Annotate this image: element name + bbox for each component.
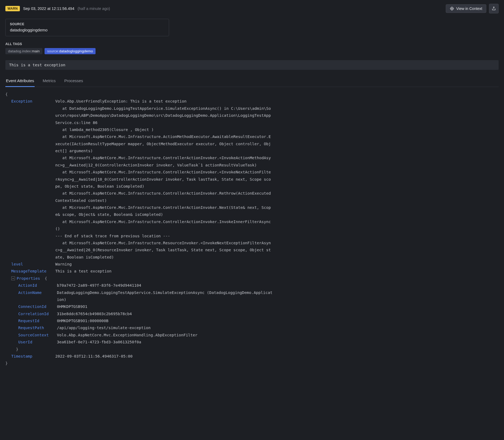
- tag-key: datadog.index:: [8, 49, 32, 53]
- json-viewer: { Exception Volo.Abp.UserFriendlyExcepti…: [5, 91, 499, 367]
- prop-row-requestpath[interactable]: RequestPath /api/app/logging-test/simula…: [5, 324, 499, 331]
- attr-value: 0HMKDPTGSB9O1:0000000B: [57, 317, 108, 324]
- tags-row: datadog.index:main source:datadoglogging…: [5, 48, 499, 54]
- attr-value-exception: Volo.Abp.UserFriendlyException: This is …: [55, 98, 273, 261]
- attr-key: UserId: [18, 339, 57, 346]
- attr-value-level: Warning: [55, 261, 72, 268]
- attr-value: /api/app/logging-test/simulate-exception: [57, 324, 151, 331]
- attr-key: RequestPath: [18, 324, 57, 331]
- header-left: WARN Sep 03, 2022 at 12:11:56.494 (half …: [5, 6, 110, 11]
- attr-key: MessageTemplate: [11, 268, 55, 275]
- view-in-context-button[interactable]: View in Context: [446, 4, 486, 13]
- attr-value: 31be8ddc67654cb49803c2b695b78cb4: [57, 310, 132, 317]
- brace-close: }: [5, 360, 499, 367]
- log-message: This is a test exception: [5, 60, 499, 70]
- log-timestamp: Sep 03, 2022 at 12:11:56.494: [23, 6, 74, 11]
- source-value: datadogloggingdemo: [10, 28, 165, 32]
- tag-datadog-index[interactable]: datadog.index:main: [5, 48, 42, 54]
- all-tags-label: ALL TAGS: [5, 42, 499, 46]
- brace-open: {: [5, 91, 499, 98]
- tag-value: main: [32, 49, 40, 53]
- tab-metrics[interactable]: Metrics: [42, 76, 56, 87]
- prop-row-requestid[interactable]: RequestId 0HMKDPTGSB9O1:0000000B: [5, 317, 499, 324]
- attr-row-messagetemplate[interactable]: MessageTemplate This is a test exception: [5, 268, 499, 275]
- attr-value: 0HMKDPTGSB9O1: [57, 303, 87, 310]
- attr-key: Timestamp: [11, 353, 55, 360]
- prop-row-actionname[interactable]: ActionName DatadogLoggingDemo.LoggingTes…: [5, 289, 499, 303]
- attr-value: 3ea61bef-0e71-4723-fbd3-3a0613250f0a: [57, 339, 141, 346]
- prop-row-actionid[interactable]: ActionId b70a7472-2a89-497f-83f6-7e49d94…: [5, 282, 499, 289]
- attr-value: b70a7472-2a89-497f-83f6-7e49d9441104: [57, 282, 141, 289]
- target-icon: [450, 6, 454, 11]
- attr-key: Exception: [11, 98, 55, 105]
- tag-value: datadogloggingdemo: [59, 49, 93, 53]
- log-relative-time: (half a minute ago): [78, 6, 110, 11]
- svg-point-1: [451, 8, 452, 9]
- prop-row-correlationid[interactable]: CorrelationId 31be8ddc67654cb49803c2b695…: [5, 310, 499, 317]
- attr-value: Volo.Abp.AspNetCore.Mvc.ExceptionHandlin…: [57, 332, 198, 339]
- attr-row-level[interactable]: level Warning: [5, 261, 499, 268]
- attr-row-exception[interactable]: Exception Volo.Abp.UserFriendlyException…: [5, 98, 499, 261]
- attr-key: ActionId: [18, 282, 57, 289]
- attr-row-timestamp[interactable]: Timestamp 2022-09-03T12:11:56.4946317-05…: [5, 353, 499, 360]
- attr-key: CorrelationId: [18, 310, 57, 317]
- brace-open: {: [40, 275, 47, 282]
- source-label: SOURCE: [10, 22, 165, 26]
- attr-key: ConnectionId: [18, 303, 57, 310]
- level-badge: WARN: [5, 6, 20, 11]
- prop-row-sourcecontext[interactable]: SourceContext Volo.Abp.AspNetCore.Mvc.Ex…: [5, 332, 499, 339]
- svg-point-0: [451, 7, 454, 10]
- share-button[interactable]: [489, 4, 499, 13]
- tab-processes[interactable]: Processes: [64, 76, 83, 87]
- view-in-context-label: View in Context: [456, 6, 482, 11]
- share-icon: [492, 6, 496, 11]
- header-actions: View in Context: [446, 4, 499, 13]
- attr-value-messagetemplate: This is a test exception: [55, 268, 112, 275]
- prop-row-connectionid[interactable]: ConnectionId 0HMKDPTGSB9O1: [5, 303, 499, 310]
- prop-row-userid[interactable]: UserId 3ea61bef-0e71-4723-fbd3-3a0613250…: [5, 339, 499, 346]
- attr-key: RequestId: [18, 317, 57, 324]
- attr-key: ActionName: [18, 289, 57, 296]
- attr-row-properties-header[interactable]: − Properties {: [5, 275, 499, 282]
- tag-key: source:: [47, 49, 59, 53]
- detail-tabs: Event Attributes Metrics Processes: [5, 76, 499, 87]
- attr-value-timestamp: 2022-09-03T12:11:56.4946317-05:00: [55, 353, 133, 360]
- source-card: SOURCE datadogloggingdemo: [5, 19, 169, 36]
- log-header: WARN Sep 03, 2022 at 12:11:56.494 (half …: [5, 4, 499, 13]
- attr-key-properties: Properties: [17, 275, 40, 282]
- tab-event-attributes[interactable]: Event Attributes: [5, 76, 35, 87]
- attr-key: SourceContext: [18, 332, 57, 339]
- tag-source[interactable]: source:datadogloggingdemo: [45, 48, 96, 54]
- attr-key: level: [11, 261, 55, 268]
- collapse-toggle-icon[interactable]: −: [11, 277, 15, 280]
- brace-close: }: [5, 346, 499, 353]
- attr-value: DatadogLoggingDemo.LoggingTestAppService…: [57, 289, 274, 303]
